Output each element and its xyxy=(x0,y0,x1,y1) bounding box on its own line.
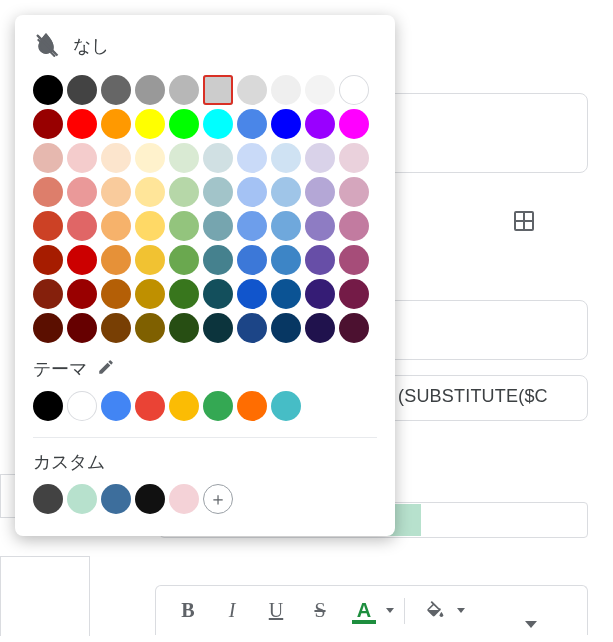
color-swatch[interactable] xyxy=(101,211,131,241)
color-swatch[interactable] xyxy=(101,143,131,173)
color-swatch[interactable] xyxy=(237,245,267,275)
color-swatch[interactable] xyxy=(33,177,63,207)
color-swatch[interactable] xyxy=(101,279,131,309)
color-swatch[interactable] xyxy=(169,391,199,421)
fill-color-button[interactable] xyxy=(415,592,455,630)
chevron-down-icon[interactable] xyxy=(386,608,394,613)
color-swatch[interactable] xyxy=(101,313,131,343)
color-swatch[interactable] xyxy=(305,245,335,275)
color-swatch[interactable] xyxy=(101,484,131,514)
chevron-down-icon[interactable] xyxy=(457,608,465,613)
color-swatch[interactable] xyxy=(169,143,199,173)
color-swatch[interactable] xyxy=(203,391,233,421)
color-swatch[interactable] xyxy=(271,143,301,173)
color-swatch[interactable] xyxy=(33,484,63,514)
color-swatch[interactable] xyxy=(101,177,131,207)
color-swatch[interactable] xyxy=(33,143,63,173)
color-swatch[interactable] xyxy=(237,391,267,421)
color-swatch[interactable] xyxy=(135,177,165,207)
color-swatch[interactable] xyxy=(169,211,199,241)
color-swatch[interactable] xyxy=(237,313,267,343)
bold-button[interactable]: B xyxy=(168,592,208,630)
color-swatch[interactable] xyxy=(33,245,63,275)
color-swatch[interactable] xyxy=(271,211,301,241)
color-swatch[interactable] xyxy=(339,313,369,343)
color-swatch[interactable] xyxy=(271,109,301,139)
color-swatch[interactable] xyxy=(305,75,335,105)
color-swatch[interactable] xyxy=(67,245,97,275)
color-swatch[interactable] xyxy=(67,211,97,241)
color-swatch[interactable] xyxy=(169,313,199,343)
color-swatch[interactable] xyxy=(33,313,63,343)
color-swatch[interactable] xyxy=(305,211,335,241)
color-swatch[interactable] xyxy=(101,391,131,421)
color-swatch[interactable] xyxy=(135,245,165,275)
color-swatch[interactable] xyxy=(339,177,369,207)
color-swatch[interactable] xyxy=(101,245,131,275)
color-swatch[interactable] xyxy=(33,391,63,421)
color-swatch[interactable] xyxy=(101,75,131,105)
color-swatch[interactable] xyxy=(339,211,369,241)
color-swatch[interactable] xyxy=(203,75,233,105)
color-swatch[interactable] xyxy=(135,313,165,343)
color-swatch[interactable] xyxy=(135,279,165,309)
color-swatch[interactable] xyxy=(339,245,369,275)
color-swatch[interactable] xyxy=(237,211,267,241)
color-swatch[interactable] xyxy=(271,177,301,207)
color-swatch[interactable] xyxy=(339,279,369,309)
text-color-button[interactable]: A xyxy=(344,592,384,630)
color-swatch[interactable] xyxy=(305,109,335,139)
color-swatch[interactable] xyxy=(101,109,131,139)
color-swatch[interactable] xyxy=(33,75,63,105)
color-swatch[interactable] xyxy=(33,109,63,139)
color-swatch[interactable] xyxy=(33,279,63,309)
color-swatch[interactable] xyxy=(339,75,369,105)
color-swatch[interactable] xyxy=(203,143,233,173)
color-swatch[interactable] xyxy=(169,484,199,514)
color-swatch[interactable] xyxy=(135,75,165,105)
color-swatch[interactable] xyxy=(203,279,233,309)
color-swatch[interactable] xyxy=(67,109,97,139)
color-swatch[interactable] xyxy=(135,109,165,139)
underline-button[interactable]: U xyxy=(256,592,296,630)
color-swatch[interactable] xyxy=(169,245,199,275)
no-color-row[interactable]: なし xyxy=(33,31,377,61)
color-swatch[interactable] xyxy=(271,313,301,343)
color-swatch[interactable] xyxy=(67,143,97,173)
color-swatch[interactable] xyxy=(67,313,97,343)
color-swatch[interactable] xyxy=(305,279,335,309)
color-swatch[interactable] xyxy=(305,177,335,207)
table-icon[interactable] xyxy=(512,209,542,239)
color-swatch[interactable] xyxy=(67,391,97,421)
color-swatch[interactable] xyxy=(339,109,369,139)
color-swatch[interactable] xyxy=(135,211,165,241)
color-swatch[interactable] xyxy=(169,279,199,309)
color-swatch[interactable] xyxy=(203,313,233,343)
color-swatch[interactable] xyxy=(67,279,97,309)
add-custom-color-button[interactable]: ＋ xyxy=(203,484,233,514)
color-swatch[interactable] xyxy=(237,143,267,173)
color-swatch[interactable] xyxy=(237,109,267,139)
color-swatch[interactable] xyxy=(67,484,97,514)
color-swatch[interactable] xyxy=(203,211,233,241)
color-swatch[interactable] xyxy=(169,75,199,105)
color-swatch[interactable] xyxy=(169,109,199,139)
color-swatch[interactable] xyxy=(169,177,199,207)
color-swatch[interactable] xyxy=(271,75,301,105)
strikethrough-button[interactable]: S xyxy=(300,592,340,630)
color-swatch[interactable] xyxy=(237,279,267,309)
color-swatch[interactable] xyxy=(203,109,233,139)
color-swatch[interactable] xyxy=(135,484,165,514)
color-swatch[interactable] xyxy=(203,245,233,275)
color-swatch[interactable] xyxy=(271,279,301,309)
color-swatch[interactable] xyxy=(305,143,335,173)
color-swatch[interactable] xyxy=(271,391,301,421)
color-swatch[interactable] xyxy=(135,143,165,173)
color-swatch[interactable] xyxy=(339,143,369,173)
color-swatch[interactable] xyxy=(271,245,301,275)
italic-button[interactable]: I xyxy=(212,592,252,630)
color-swatch[interactable] xyxy=(33,211,63,241)
color-swatch[interactable] xyxy=(67,75,97,105)
color-swatch[interactable] xyxy=(237,177,267,207)
color-swatch[interactable] xyxy=(237,75,267,105)
